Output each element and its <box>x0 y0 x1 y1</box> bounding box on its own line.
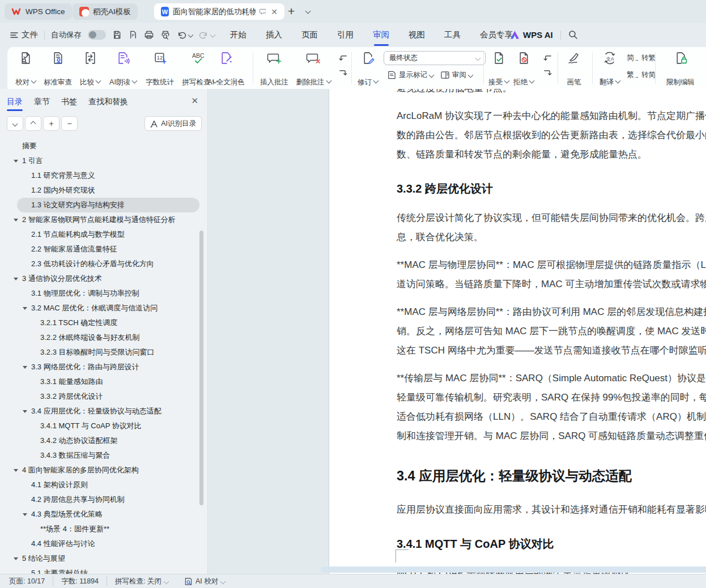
compare-button[interactable]: 比较 <box>76 49 104 91</box>
toc-item[interactable]: 4.2 跨层信息共享与协同机制 <box>0 492 199 507</box>
toc-item[interactable]: 3.2.1 TSCH 确定性调度 <box>0 316 199 330</box>
reject-revision-button[interactable]: 拒绝 <box>511 49 536 91</box>
horizontal-scrollbar[interactable] <box>321 566 706 573</box>
toc-item[interactable]: 4.4 性能评估与讨论 <box>0 536 199 551</box>
clipped-ribbon-button[interactable]: 文 <box>703 49 706 91</box>
previous-revision-button[interactable] <box>541 50 554 65</box>
wps-ai-button[interactable]: WPS AI <box>510 30 553 40</box>
tab-docer-templates[interactable]: 稻壳AI模板 <box>73 3 138 20</box>
autosave-toggle[interactable] <box>88 30 106 40</box>
toc-item[interactable]: 5 结论与展望 <box>0 551 199 566</box>
toc-zoom-in-button[interactable]: + <box>43 116 59 131</box>
tab-document[interactable]: W 面向智能家居的低功耗物联网 ✕ <box>154 3 284 20</box>
page-indicator[interactable]: 页面: 10/17 <box>9 577 45 586</box>
ai-polish-button[interactable]: AI 全文润色 <box>199 49 253 91</box>
file-menu-button[interactable]: 文件 <box>10 29 38 40</box>
undo-button[interactable] <box>177 31 193 40</box>
translate-button[interactable]: 文A 翻译 <box>596 49 623 91</box>
toc-item[interactable]: 4.3 典型场景优化策略 <box>0 507 199 522</box>
toc-collapse-arrow-icon[interactable] <box>14 160 18 163</box>
toc-item[interactable]: 摘要 <box>0 139 199 154</box>
standard-review-button[interactable]: 标准审查 <box>40 49 75 91</box>
save-button[interactable] <box>112 30 122 40</box>
export-pdf-button[interactable]: P <box>128 30 138 40</box>
sidebar-tab-chapters[interactable]: 章节 <box>34 97 50 107</box>
toc-item[interactable]: 5.1 主要贡献总结 <box>0 566 199 574</box>
restrict-editing-button[interactable]: 限制编辑 <box>659 49 702 91</box>
show-markup-button[interactable]: 显示标记 <box>387 70 433 80</box>
delete-comment-button[interactable]: 删除批注 <box>293 49 334 91</box>
ai-read-aloud-button[interactable]: AI朗读 <box>105 49 141 91</box>
toc-item[interactable]: 3.2.3 目标唤醒时间与受限访问窗口 <box>0 345 199 360</box>
toc-item[interactable]: 3.3.1 能量感知路由 <box>0 374 199 389</box>
toc-item[interactable]: 2.2 智能家居通信流量特征 <box>0 242 199 257</box>
toc-collapse-arrow-icon[interactable] <box>23 307 27 310</box>
next-comment-button[interactable] <box>336 65 350 80</box>
toc-item[interactable]: 4 面向智能家居的多层协同优化架构 <box>0 463 199 478</box>
toc-item[interactable]: 1 引言 <box>0 154 199 168</box>
word-count-button[interactable]: 12 字数统计 <box>142 49 177 91</box>
toc-item[interactable]: 3.2.2 休眠终端设备与好友机制 <box>0 330 199 345</box>
toc-item[interactable]: 2 智能家居物联网节点能耗建模与通信特征分析 <box>0 212 199 227</box>
ai-recognize-toc-button[interactable]: AI识别目录 <box>144 116 202 131</box>
revision-state-select[interactable]: 最终状态 <box>384 51 486 65</box>
new-tab-button[interactable]: + <box>288 5 295 18</box>
toc-collapse-arrow-icon[interactable] <box>14 557 18 560</box>
toc-collapse-arrow-icon[interactable] <box>23 410 27 413</box>
toc-item[interactable]: **场景 4：固件更新** <box>0 522 199 536</box>
toc-item[interactable]: 2.1 节点能耗构成与数学模型 <box>0 227 199 242</box>
review-pane-button[interactable]: 审阅 <box>440 70 473 80</box>
undo-history-chevron-icon[interactable] <box>188 32 194 38</box>
redo-history-chevron-icon[interactable] <box>210 32 216 38</box>
toc-item[interactable]: 1.1 研究背景与意义 <box>0 168 199 183</box>
menu-item-review[interactable]: 审阅 <box>372 29 390 40</box>
search-icon[interactable] <box>568 30 578 40</box>
sidebar-tab-contents[interactable]: 目录 <box>7 97 23 107</box>
menu-item-insert[interactable]: 插入 <box>265 29 283 40</box>
brush-button[interactable]: 画笔 <box>560 49 588 91</box>
insert-comment-button[interactable]: 插入批注 <box>257 49 292 91</box>
redo-button[interactable] <box>199 31 215 40</box>
toc-collapse-arrow-icon[interactable] <box>14 469 18 472</box>
tab-list-chevron-icon[interactable] <box>305 8 311 14</box>
toc-item[interactable]: 1.2 国内外研究现状 <box>0 183 199 198</box>
sidebar-tab-find-replace[interactable]: 查找和替换 <box>88 97 128 107</box>
toc-item[interactable]: 2.3 低功耗设计的核心矛盾与优化方向 <box>0 257 199 271</box>
print-button[interactable] <box>144 30 154 40</box>
toc-item[interactable]: 3.3.2 跨层优化设计 <box>0 389 199 404</box>
toc-item[interactable]: 4.1 架构设计原则 <box>0 478 199 492</box>
document-page[interactable]: 避免过度使用低电量节点。ArcLoRaM 协议实现了一种去中心化的能量感知路由机… <box>329 89 706 574</box>
previous-comment-button[interactable] <box>336 50 350 65</box>
to-simplified-button[interactable]: 繁 转简 <box>627 70 656 80</box>
toc-collapse-arrow-icon[interactable] <box>23 513 27 516</box>
sidebar-tab-bookmarks[interactable]: 书签 <box>61 97 77 107</box>
toc-item[interactable]: 3.2 MAC 层优化：休眠调度与信道访问 <box>0 301 199 316</box>
toc-item[interactable]: 3.4.3 数据压缩与聚合 <box>0 448 199 463</box>
menu-item-view[interactable]: 视图 <box>407 29 426 40</box>
close-tab-icon[interactable]: ✕ <box>271 7 278 16</box>
menu-item-reference[interactable]: 引用 <box>336 29 355 40</box>
sidebar-scrollbar[interactable] <box>199 231 203 505</box>
next-revision-button[interactable] <box>541 65 554 80</box>
menu-item-home[interactable]: 开始 <box>229 29 248 40</box>
ai-proofread-status[interactable]: AI 校对 <box>184 577 225 586</box>
toc-collapse-arrow-icon[interactable] <box>14 278 18 280</box>
toc-collapse-arrow-icon[interactable] <box>14 219 18 221</box>
toc-collapse-button[interactable] <box>25 116 41 131</box>
toc-item[interactable]: 1.3 论文研究内容与结构安排 <box>17 198 199 212</box>
menu-item-page[interactable]: 页面 <box>300 29 319 40</box>
toc-collapse-arrow-icon[interactable] <box>23 366 27 369</box>
accept-revision-button[interactable]: 接受 <box>486 49 511 91</box>
tab-wps-office[interactable]: WPS Office <box>5 3 72 20</box>
toc-item[interactable]: 3.3 网络层优化：路由与跨层设计 <box>0 360 199 374</box>
close-sidebar-icon[interactable]: ✕ <box>191 96 198 106</box>
toc-item[interactable]: 3.4.2 动态协议适配框架 <box>0 433 199 448</box>
toc-item[interactable]: 3 通信协议分层优化技术 <box>0 271 199 286</box>
menu-item-tools[interactable]: 工具 <box>443 29 462 40</box>
word-count-indicator[interactable]: 字数: 11894 <box>61 577 99 586</box>
toc-item[interactable]: 3.1 物理层优化：调制与功率控制 <box>0 286 199 301</box>
proofread-button[interactable]: 校对 <box>10 49 41 91</box>
print-preview-button[interactable] <box>160 30 171 40</box>
toc-zoom-out-button[interactable]: − <box>61 116 78 131</box>
to-traditional-button[interactable]: 简 转繁 <box>627 53 656 63</box>
